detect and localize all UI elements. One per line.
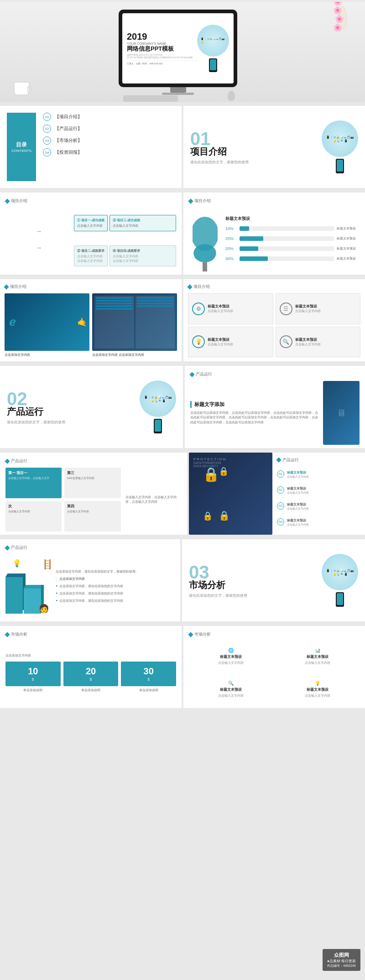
section01-sub: 请在此添加您的文字，谢谢您的使用	[190, 160, 315, 165]
slide-stats: 市场分析 点击添加文字内容 10 s 单击添加说明 20 s 单击添加说明	[0, 626, 182, 708]
grid-cell-2: ☰ 标题文本预设 点击输入文字内容	[276, 293, 361, 324]
contents-item-1: 01 【项目介绍】	[43, 113, 175, 121]
flow-box-4: ④ 项目四-成就要求 点击输入文字内容点击输入文字内容	[110, 245, 176, 266]
lock-step-1: 01 标题文本预设点击输入文字内容	[277, 470, 360, 479]
bar-item-3: 20% 标题文本预设	[225, 246, 360, 251]
slide-cube: 产品运行 🪜 🧑	[0, 539, 180, 621]
grid-cell-1: ⚙ 标题文本预设 点击输入文字内容	[188, 293, 273, 324]
slide-section03: 03 市场分析 请在此添加您的文字，谢谢您的使用 📱📧⚙🔒📊☁🎵📷💡📡🖥📲	[182, 539, 365, 621]
contents-item-2: 02 【产品运行】	[43, 125, 175, 133]
slide-grid-icons: 项目介绍 ⚙ 标题文本预设 点击输入文字内容 ☰ 标题文本预设 点击输入文字内容…	[183, 279, 365, 361]
flow-box-2: ② 项目二-成就要求 点击输入文字内容点击输入文字内容	[74, 245, 108, 266]
slide-matrix: 产品运行 第一 项目一 点击输入文字内容，点击输入文字 次 点击输入文字内容 第…	[0, 453, 187, 535]
lock-label: 产品运行	[277, 457, 360, 463]
slide-contents: 目录 CONTENTS 01 【项目介绍】 02 【产品运行】 03 【市场分析…	[0, 106, 182, 188]
cube-label: 产品运行	[5, 545, 175, 551]
stat-item-2: 20 s 单击添加说明	[63, 662, 119, 693]
section03-sub: 请在此添加您的文字，谢谢您的使用	[189, 593, 317, 598]
bar-item-4: 30% 标题文本预设	[225, 256, 360, 261]
hero-subtitle2: CCTV FUTURE ADVERTISING COMPANYS CCTV TO…	[127, 56, 197, 59]
hero-meta: 汇报人：众图 时间：xx年xx月xx日	[127, 61, 197, 65]
stat-item-1: 10 s 单击添加说明	[5, 662, 61, 693]
stat-item-3: 30 s 单击添加说明	[121, 662, 176, 693]
slide-bar: 项目介绍 标题文本预设 10% 标题文本预设 25% 标题文本	[183, 193, 365, 275]
slide-hero: 2019 YOUR COMOANY'S NAME 网络信息PPT模板 适用于商务…	[0, 2, 365, 102]
market-cell-3: 🔍 标题文本预设 点击输入文字内容	[189, 674, 273, 705]
slide-flow: 项目介绍 ① 项目一-成功成就 点击输入文字内容 → → ③ 项目三-成功成就 …	[0, 193, 182, 275]
bar-item-1: 10% 标题文本预设	[225, 226, 360, 231]
photo-label: 项目介绍	[5, 284, 177, 290]
section03-num: 03	[189, 563, 317, 581]
flow-box-3: ③ 项目三-成功成就 点击输入文字内容	[110, 215, 176, 231]
product-text-label: 产品运行	[190, 371, 360, 377]
matrix-item-1: 第一 项目一 点击输入文字内容，点击输入文字	[5, 468, 62, 498]
slide-section01: 01 项目介绍 请在此添加您的文字，谢谢您的使用 📱📧⚙🔒📊☁🎵📷💡📡🖥📲	[183, 106, 365, 188]
flow-label: 项目介绍	[5, 198, 176, 204]
company-name: YOUR COMOANY'S NAME	[127, 42, 197, 45]
matrix-item-3: 次 点击输入文字内容	[5, 501, 62, 532]
stats-label: 市场分析	[5, 631, 176, 637]
market-detail-label: 市场分析	[189, 631, 360, 637]
year-text: 2019	[127, 31, 197, 42]
grid-cell-4: 🔍 标题文本预设 点击输入文字内容	[276, 327, 361, 358]
slide-market-detail: 市场分析 🌐 标题文本预设 点击输入文字内容 📊 标题文本预设 点击输入文字内容…	[183, 626, 365, 708]
slide-lock: PROTECTION DATA FORMATION DATA SECURITY …	[189, 453, 365, 535]
contents-item-3: 03 【市场分析】	[43, 136, 175, 145]
matrix-label: 产品运行	[5, 458, 182, 464]
section01-num: 01	[190, 130, 315, 148]
grid-cell-3: 💡 标题文本预设 点击输入文字内容	[188, 327, 273, 358]
lock-step-2: 02 标题文本预设点击输入文字内容	[277, 486, 360, 495]
bar-item-2: 25% 标题文本预设	[225, 236, 360, 241]
slide-product-text: 产品运行 标题文字添加 点击此处可以添加文字内容，点击此处可以添加文字内容，点击…	[185, 366, 365, 448]
lock-step-4: 04 标题文本预设点击输入文字内容	[277, 518, 360, 527]
matrix-item-4: 第四 点击输入文字内容	[64, 501, 120, 532]
contents-badge: 目录 CONTENTS	[7, 113, 36, 181]
section02-num: 02	[7, 390, 135, 408]
flow-box-1: ① 项目一-成功成就 点击输入文字内容	[74, 215, 108, 231]
bar-label: 项目介绍	[189, 198, 360, 204]
market-cell-4: 💡 标题文本预设 点击输入文字内容	[276, 674, 360, 705]
matrix-item-2: 第三 ENF这里输入文字内容	[64, 468, 120, 498]
contents-item-4: 04 【投资回报】	[43, 148, 175, 156]
slide-section02: 02 产品运行 请在此添加您的文字，谢谢您的使用 📱📧⚙🔒📊☁🎵📷💡📡🖥📲	[0, 366, 183, 448]
lock-step-3: 03 标题文本预设点击输入文字内容	[277, 502, 360, 511]
slide-photos: 项目介绍 ℯ 🤙 点击添加文字内容	[0, 279, 182, 361]
section02-sub: 请在此添加您的文字，谢谢您的使用	[7, 420, 135, 425]
grid-label: 项目介绍	[188, 284, 360, 290]
market-cell-2: 📊 标题文本预设 点击输入文字内容	[276, 641, 360, 672]
hero-title-cn: 网络信息PPT模板	[127, 45, 197, 52]
market-cell-1: 🌐 标题文本预设 点击输入文字内容	[189, 641, 273, 672]
